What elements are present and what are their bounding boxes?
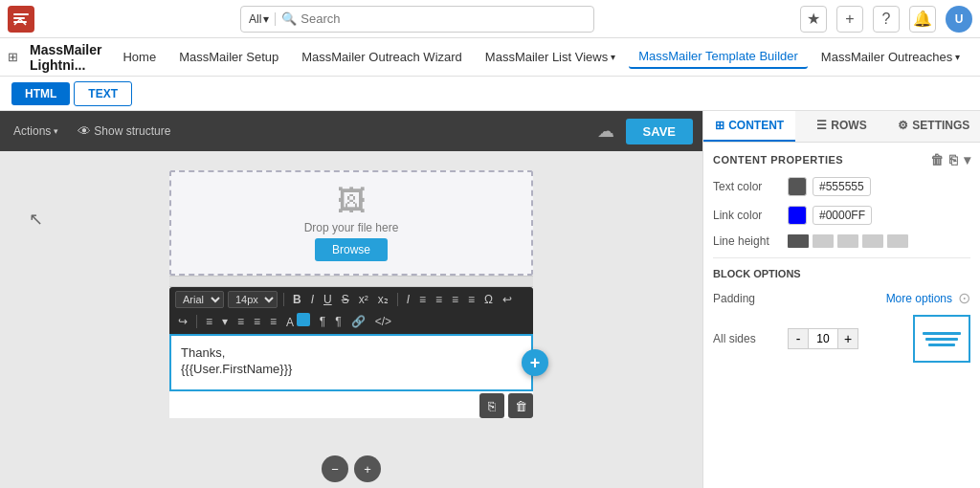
justify-button[interactable]: ≡	[465, 292, 478, 307]
nav-home[interactable]: Home	[113, 46, 166, 68]
block-actions: ⎘ 🗑	[169, 393, 533, 418]
paragraph2-button[interactable]: ¶	[332, 314, 344, 329]
app-logo[interactable]	[8, 6, 34, 33]
svg-rect-0	[13, 13, 29, 15]
text-color-swatch[interactable]	[788, 177, 807, 196]
omega-button[interactable]: Ω	[481, 292, 496, 307]
copy-block-button[interactable]: ⎘	[479, 393, 504, 418]
nav-more[interactable]: More ▾	[973, 46, 980, 68]
italic2-button[interactable]: I	[404, 292, 412, 307]
align-left-button[interactable]: ≡	[416, 292, 429, 307]
tab-content[interactable]: ⊞ CONTENT	[703, 111, 795, 142]
list-unordered-button[interactable]: ≡	[203, 314, 215, 329]
font-size-select[interactable]: 14px	[228, 291, 278, 308]
italic-button[interactable]: I	[308, 292, 317, 307]
line-height-2-button[interactable]	[813, 234, 834, 248]
main-layout: Actions ▾ 👁 Show structure ☁ SAVE 🖼 Drop…	[0, 111, 980, 488]
bold-button[interactable]: B	[290, 292, 304, 307]
expand-section-icon[interactable]: ▾	[964, 152, 971, 167]
notifications-icon-btn[interactable]: 🔔	[909, 6, 936, 33]
text-color-input[interactable]: #555555	[788, 177, 871, 196]
align-center-button[interactable]: ≡	[433, 292, 445, 307]
nav-setup[interactable]: MassMailer Setup	[169, 46, 288, 68]
delete-section-icon[interactable]: 🗑	[930, 152, 945, 167]
align-right-button[interactable]: ≡	[449, 292, 461, 307]
subscript-button[interactable]: x₂	[375, 292, 391, 307]
block-options-section: BLOCK OPTIONS Padding More options ⊙ All…	[713, 268, 970, 363]
indent-button[interactable]: ≡	[251, 314, 263, 329]
outdent-button[interactable]: ≡	[267, 314, 279, 329]
list-ordered-button[interactable]: ≡	[234, 314, 247, 329]
line-height-4-button[interactable]	[862, 234, 883, 248]
block-options-label: BLOCK OPTIONS	[713, 268, 970, 279]
canvas-area[interactable]: 🖼 Drop your file here Browse Arial 14px	[0, 151, 702, 488]
line-height-3-button[interactable]	[837, 234, 858, 248]
font-family-select[interactable]: Arial	[175, 291, 224, 308]
browse-button[interactable]: Browse	[315, 238, 388, 261]
app-navigation: ⊞ MassMailer Lightni... Home MassMailer …	[0, 38, 980, 77]
actions-button[interactable]: Actions ▾	[10, 122, 62, 140]
link-color-value: #0000FF	[813, 206, 872, 225]
right-panel-content: CONTENT PROPERTIES 🗑 ⎘ ▾ Text color #555…	[703, 143, 980, 488]
nav-template-builder[interactable]: MassMailer Template Builder	[629, 45, 808, 69]
avatar[interactable]: U	[946, 6, 972, 33]
text-content-area[interactable]: Thanks, {{{User.FirstName}}}	[169, 334, 533, 391]
nav-outreaches[interactable]: MassMailer Outreaches ▾	[812, 46, 969, 68]
tab-rows[interactable]: ☰ ROWS	[795, 111, 887, 142]
toggle-icon[interactable]: ⊙	[958, 289, 970, 307]
delete-block-button[interactable]: 🗑	[508, 393, 533, 418]
text-format-toolbar: Arial 14px B I U S x² x₂ I	[169, 287, 533, 334]
nav-outreach-wizard[interactable]: MassMailer Outreach Wizard	[292, 46, 472, 68]
image-placeholder-icon: 🖼	[337, 185, 366, 217]
tab-text[interactable]: TEXT	[74, 81, 132, 106]
text-color-label: Text color	[713, 180, 780, 193]
show-structure-button[interactable]: 👁 Show structure	[74, 122, 174, 141]
more-options-link[interactable]: More options	[886, 292, 952, 305]
line-height-5-button[interactable]	[887, 234, 908, 248]
underline-button[interactable]: U	[321, 292, 335, 307]
image-drop-zone[interactable]: 🖼 Drop your file here Browse	[169, 170, 533, 276]
tab-html[interactable]: HTML	[11, 82, 70, 105]
color-button[interactable]: A	[283, 312, 313, 330]
tab-settings[interactable]: ⚙ SETTINGS	[888, 111, 980, 142]
link-button[interactable]: 🔗	[348, 314, 368, 329]
bookmark-icon-btn[interactable]: ★	[800, 6, 827, 33]
settings-icon: ⚙	[898, 119, 908, 132]
preview-line-3	[928, 344, 955, 346]
preview-line-2	[925, 338, 958, 341]
search-icon: 🔍	[281, 11, 297, 26]
top-nav-actions: ★ + ? 🔔 U	[800, 6, 972, 33]
line-height-options	[788, 234, 908, 248]
add-block-button[interactable]: +	[522, 349, 548, 376]
line-height-1-button[interactable]	[788, 234, 809, 248]
redo-button[interactable]: ↪	[175, 314, 190, 329]
stepper-plus-button[interactable]: +	[837, 328, 858, 349]
grid-menu-icon[interactable]: ⊞	[8, 44, 18, 71]
add-icon-btn[interactable]: +	[836, 6, 863, 33]
search-dropdown[interactable]: All ▾	[249, 12, 276, 26]
search-bar[interactable]: All ▾ 🔍	[240, 6, 594, 33]
email-canvas: 🖼 Drop your file here Browse Arial 14px	[169, 170, 533, 418]
search-input[interactable]	[301, 11, 586, 26]
undo-button[interactable]: ↩	[500, 292, 515, 307]
paragraph-button[interactable]: ¶	[317, 314, 328, 329]
cloud-upload-icon[interactable]: ☁	[597, 121, 614, 142]
zoom-in-icon[interactable]: +	[354, 455, 381, 482]
link-color-swatch[interactable]	[788, 206, 807, 225]
link-color-input[interactable]: #0000FF	[788, 206, 872, 225]
help-icon-btn[interactable]: ?	[873, 6, 900, 33]
save-button[interactable]: SAVE	[626, 119, 693, 144]
app-name: MassMailer Lightni...	[22, 42, 109, 73]
strikethrough-button[interactable]: S	[339, 292, 352, 307]
copy-section-icon[interactable]: ⎘	[949, 152, 958, 167]
superscript-button[interactable]: x²	[356, 292, 371, 307]
stepper-minus-button[interactable]: -	[788, 328, 809, 349]
zoom-out-icon[interactable]: −	[322, 455, 348, 482]
separator-1	[283, 293, 284, 306]
eye-icon: 👁	[78, 123, 91, 139]
right-panel: ⊞ CONTENT ☰ ROWS ⚙ SETTINGS CONTENT PROP…	[702, 111, 980, 488]
code-button[interactable]: </>	[372, 314, 394, 329]
nav-list-views[interactable]: MassMailer List Views ▾	[476, 46, 625, 68]
list-chevron-button[interactable]: ▾	[219, 314, 231, 329]
separator-2	[397, 293, 398, 306]
